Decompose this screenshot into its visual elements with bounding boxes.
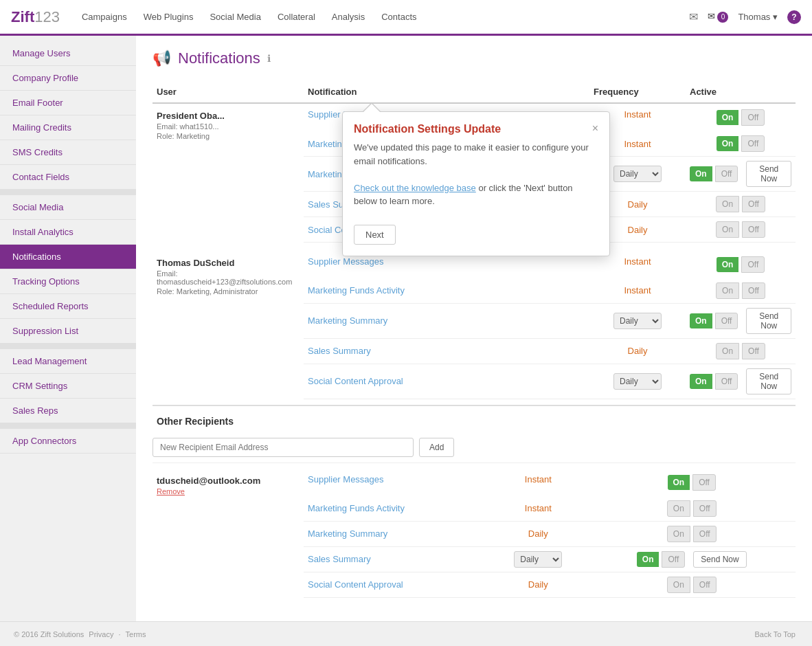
nav-links: Campaigns Web Plugins Social Media Colla… [80,9,689,25]
footer-terms-link[interactable]: Terms [126,630,146,638]
modal-body-text: We've updated this page to make it easie… [354,141,598,168]
sidebar-item-sales-reps[interactable]: Sales Reps [0,399,136,423]
sidebar-divider-3 [0,423,136,429]
nav-collateral[interactable]: Collateral [276,9,317,25]
sidebar-item-crm-settings[interactable]: CRM Settings [0,374,136,399]
sidebar-item-company-profile[interactable]: Company Profile [0,66,136,91]
nav-web-plugins[interactable]: Web Plugins [142,9,195,25]
sidebar-item-contact-fields[interactable]: Contact Fields [0,165,136,190]
sidebar-item-email-footer[interactable]: Email Footer [0,91,136,115]
top-nav: Zift123 Campaigns Web Plugins Social Med… [0,0,812,36]
nav-campaigns[interactable]: Campaigns [80,9,128,25]
sidebar-item-notifications[interactable]: Notifications [0,245,136,269]
logo-numbers: 123 [34,8,60,25]
sidebar-item-suppression-list[interactable]: Suppression List [0,319,136,344]
sidebar-item-scheduled-reports[interactable]: Scheduled Reports [0,294,136,319]
mail-badge[interactable]: ✉ 0 [708,11,729,23]
modal-link-text: Check out the knowledge base or click th… [354,181,598,208]
notification-settings-modal: Notification Settings Update × We've upd… [342,111,610,256]
footer-privacy-link[interactable]: Privacy [89,630,113,638]
email-icon[interactable]: ✉ [689,10,698,23]
nav-social-media[interactable]: Social Media [208,9,262,25]
sidebar-item-sms-credits[interactable]: SMS Credits [0,140,136,165]
sidebar-divider-2 [0,344,136,349]
footer-copyright: © 2016 Zift Solutions [14,630,84,638]
sidebar-item-social-media[interactable]: Social Media [0,195,136,220]
modal-triangle [363,104,380,112]
sidebar-divider-1 [0,190,136,195]
page-footer: © 2016 Zift Solutions Privacy · Terms Ba… [0,621,812,646]
knowledge-base-link[interactable]: Check out the knowledge base [354,183,476,193]
help-icon[interactable]: ? [787,10,801,24]
footer-right: Back To Top [752,630,798,638]
sidebar-item-app-connectors[interactable]: App Connectors [0,429,136,454]
sidebar: Manage Users Company Profile Email Foote… [0,36,136,621]
user-dropdown[interactable]: Thomas ▾ [738,12,778,22]
modal-title: Notification Settings Update [354,123,501,135]
back-to-top-link[interactable]: Back To Top [754,630,796,638]
nav-right: ✉ ✉ 0 Thomas ▾ ? [689,10,801,24]
modal-overlay: Notification Settings Update × We've upd… [136,36,812,621]
logo: Zift123 [11,8,60,26]
layout: Manage Users Company Profile Email Foote… [0,36,812,621]
sidebar-item-lead-management[interactable]: Lead Management [0,349,136,374]
modal-header: Notification Settings Update × [343,112,609,141]
sidebar-item-manage-users[interactable]: Manage Users [0,41,136,66]
logo-zift: Zift [11,8,34,25]
sidebar-item-tracking-options[interactable]: Tracking Options [0,269,136,294]
sidebar-item-mailing-credits[interactable]: Mailing Credits [0,115,136,140]
mail-count: 0 [717,12,728,23]
footer-left: © 2016 Zift Solutions Privacy · Terms [14,630,149,638]
nav-contacts[interactable]: Contacts [380,9,418,25]
modal-body: We've updated this page to make it easie… [343,141,609,219]
main-content: 📢 Notifications ℹ User Notification Freq… [136,36,812,621]
sidebar-item-install-analytics[interactable]: Install Analytics [0,220,136,245]
nav-analysis[interactable]: Analysis [330,9,366,25]
modal-next-button[interactable]: Next [354,225,396,245]
modal-footer: Next [343,219,609,256]
modal-close-button[interactable]: × [592,123,598,134]
